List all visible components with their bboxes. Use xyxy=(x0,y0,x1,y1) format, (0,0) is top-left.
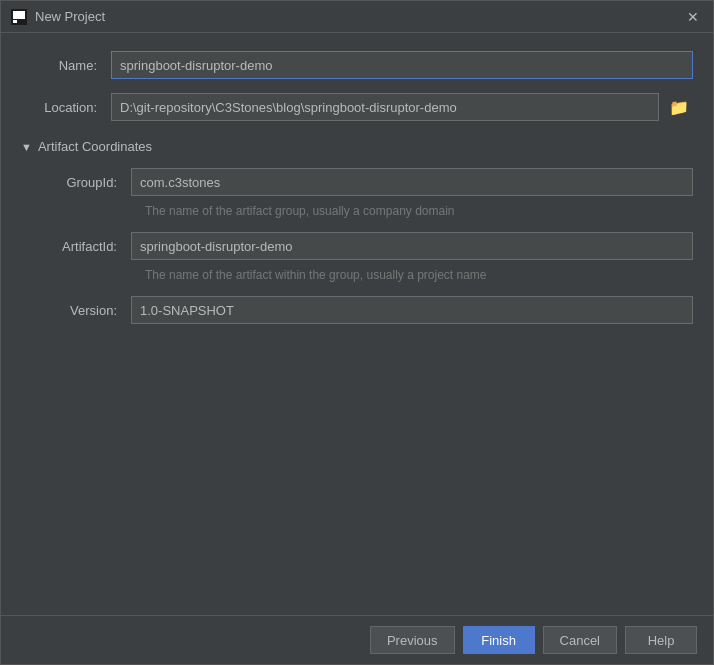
location-input[interactable] xyxy=(111,93,659,121)
watermark-area xyxy=(21,338,693,598)
section-title: Artifact Coordinates xyxy=(38,139,152,154)
artifactid-input[interactable] xyxy=(131,232,693,260)
artifact-coordinates-section: GroupId: The name of the artifact group,… xyxy=(21,168,693,338)
cancel-button[interactable]: Cancel xyxy=(543,626,617,654)
artifact-coordinates-section-header: ▼ Artifact Coordinates xyxy=(21,139,693,154)
version-row: Version: xyxy=(41,296,693,324)
section-toggle-icon[interactable]: ▼ xyxy=(21,141,32,153)
location-row: Location: 📁 xyxy=(21,93,693,121)
version-label: Version: xyxy=(41,303,131,318)
svg-rect-2 xyxy=(13,20,17,23)
dialog-content: Name: Location: 📁 ▼ Artifact Coordinates… xyxy=(1,33,713,615)
name-input[interactable] xyxy=(111,51,693,79)
groupid-label: GroupId: xyxy=(41,175,131,190)
close-button[interactable]: ✕ xyxy=(683,7,703,27)
groupid-input-wrapper xyxy=(131,168,693,196)
finish-button[interactable]: Finish xyxy=(463,626,535,654)
name-row: Name: xyxy=(21,51,693,79)
name-input-wrapper xyxy=(111,51,693,79)
new-project-dialog: New Project ✕ Name: Location: 📁 ▼ Artifa… xyxy=(0,0,714,665)
artifactid-input-wrapper xyxy=(131,232,693,260)
folder-browse-icon[interactable]: 📁 xyxy=(665,96,693,119)
groupid-hint: The name of the artifact group, usually … xyxy=(145,204,693,218)
location-input-wrapper: 📁 xyxy=(111,93,693,121)
version-input[interactable] xyxy=(131,296,693,324)
artifactid-row: ArtifactId: xyxy=(41,232,693,260)
artifactid-hint: The name of the artifact within the grou… xyxy=(145,268,693,282)
help-button[interactable]: Help xyxy=(625,626,697,654)
name-label: Name: xyxy=(21,58,111,73)
groupid-input[interactable] xyxy=(131,168,693,196)
previous-button[interactable]: Previous xyxy=(370,626,455,654)
title-bar: New Project ✕ xyxy=(1,1,713,33)
svg-rect-1 xyxy=(13,11,25,19)
app-logo-icon xyxy=(11,9,27,25)
dialog-footer: Previous Finish Cancel Help xyxy=(1,615,713,664)
location-label: Location: xyxy=(21,100,111,115)
dialog-title: New Project xyxy=(35,9,675,24)
groupid-row: GroupId: xyxy=(41,168,693,196)
version-input-wrapper xyxy=(131,296,693,324)
artifactid-label: ArtifactId: xyxy=(41,239,131,254)
